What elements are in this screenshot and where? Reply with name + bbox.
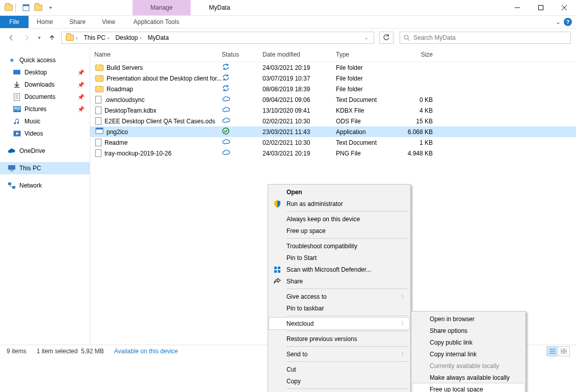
menu-item-always-keep-on-this-device[interactable]: Always keep on this device <box>269 213 409 225</box>
svg-rect-34 <box>278 270 280 273</box>
menu-item-pin-to-start[interactable]: Pin to Start <box>269 252 409 264</box>
file-tab[interactable]: File <box>0 16 29 28</box>
file-row[interactable]: Roadmap08/08/2019 18:39File folder <box>90 84 576 94</box>
menu-item-label: Send to <box>286 351 307 358</box>
sidebar-this-pc[interactable]: This PC <box>0 162 90 174</box>
menu-item-restore-previous-versions[interactable]: Restore previous versions <box>269 333 409 345</box>
menu-item-cut[interactable]: Cut <box>269 363 409 375</box>
sidebar-item-desktop[interactable]: Desktop📌 <box>0 66 90 79</box>
menu-item-send-to[interactable]: Send to〉 <box>269 348 409 360</box>
breadcrumb[interactable]: › This PC› Desktop› MyData ⌄ <box>61 32 374 44</box>
file-name: Roadmap <box>107 86 133 93</box>
menu-item-share-options[interactable]: Share options <box>412 325 525 336</box>
svg-rect-18 <box>10 170 13 171</box>
sidebar-item-documents[interactable]: Documents📌 <box>0 91 90 103</box>
breadcrumb-this-pc[interactable]: This PC› <box>82 34 111 41</box>
nav-back-button[interactable] <box>5 32 17 44</box>
menu-item-label: Scan with Microsoft Defender... <box>286 266 371 273</box>
menu-item-copy-internal-link[interactable]: Copy internal link <box>412 348 525 360</box>
menu-item-nextcloud[interactable]: Nextcloud〉 <box>269 318 409 329</box>
help-icon[interactable]: ? <box>564 18 572 26</box>
music-icon <box>12 118 21 125</box>
sidebar-item-label: Documents <box>24 93 56 100</box>
view-large-icons-button[interactable] <box>558 347 569 356</box>
ribbon-tab-apptools[interactable]: Application Tools <box>125 16 188 28</box>
menu-item-scan-with-microsoft-defender[interactable]: Scan with Microsoft Defender... <box>269 264 409 275</box>
maximize-button[interactable] <box>529 0 553 15</box>
sidebar-item-music[interactable]: Music <box>0 115 90 127</box>
menu-item-free-up-local-space[interactable]: Free up local space <box>412 383 525 392</box>
file-row[interactable]: DesktopTeam.kdbx13/10/2020 09:41KDBX Fil… <box>90 105 576 116</box>
file-type: File folder <box>336 86 397 93</box>
qat-properties-icon[interactable] <box>20 2 32 13</box>
menu-item-give-access-to[interactable]: Give access to〉 <box>269 291 409 302</box>
pictures-icon <box>12 106 21 112</box>
menu-item-label: Copy <box>286 378 301 385</box>
search-input[interactable]: Search MyData <box>400 32 571 44</box>
column-date[interactable]: Date modified <box>263 51 336 58</box>
close-button[interactable] <box>553 0 576 15</box>
sidebar-item-videos[interactable]: Videos <box>0 127 90 140</box>
column-size[interactable]: Size <box>397 51 448 58</box>
nav-recent-dropdown[interactable]: ▾ <box>36 32 43 44</box>
sidebar-item-downloads[interactable]: Downloads📌 <box>0 79 90 91</box>
menu-item-pin-to-taskbar[interactable]: Pin to taskbar <box>269 302 409 314</box>
file-date: 03/07/2019 10:37 <box>263 75 336 82</box>
refresh-button[interactable] <box>379 32 394 44</box>
menu-item-open-in-browser[interactable]: Open in browser <box>412 313 525 325</box>
file-row[interactable]: png2ico23/03/2021 11:43Application6.068 … <box>90 126 576 137</box>
breadcrumb-mydata[interactable]: MyData <box>146 34 171 41</box>
menu-item-run-as-administrator[interactable]: Run as administrator <box>269 198 409 210</box>
ribbon-tab-share[interactable]: Share <box>61 16 94 28</box>
qat-dropdown-icon[interactable]: ▾ <box>45 2 56 13</box>
qat-newfolder-icon[interactable] <box>33 2 44 13</box>
menu-item-label: Open in browser <box>430 316 475 323</box>
ribbon-tab-home[interactable]: Home <box>29 16 61 28</box>
sidebar-quick-access[interactable]: ★ Quick access <box>0 54 90 66</box>
menu-item-free-up-space[interactable]: Free up space <box>269 225 409 237</box>
sidebar-item-label: Music <box>24 118 40 125</box>
file-row[interactable]: .owncloudsync09/04/2021 09:06Text Docume… <box>90 94 576 105</box>
menu-item-open[interactable]: Open <box>269 186 409 198</box>
breadcrumb-dropdown-icon[interactable]: ⌄ <box>361 35 372 40</box>
file-row[interactable]: Readme02/02/2021 10:30Text Document1 KB <box>90 137 576 148</box>
nav-forward-button[interactable] <box>20 32 33 44</box>
menu-item-copy[interactable]: Copy <box>269 375 409 387</box>
nav-up-button[interactable] <box>46 32 58 44</box>
menu-item-make-always-available-locally[interactable]: Make always available locally <box>412 372 525 383</box>
menu-item-label: Copy internal link <box>430 351 477 358</box>
column-type[interactable]: Type <box>336 51 397 58</box>
svg-rect-19 <box>8 182 11 185</box>
contextual-tab-manage[interactable]: Manage <box>133 0 191 15</box>
sidebar-network[interactable]: Network <box>0 179 90 192</box>
file-date: 23/03/2021 11:43 <box>263 128 336 136</box>
sidebar-item-pictures[interactable]: Pictures📌 <box>0 103 90 115</box>
sidebar-onedrive[interactable]: OneDrive <box>0 145 90 157</box>
menu-item-troubleshoot-compatibility[interactable]: Troubleshoot compatibility <box>269 240 409 252</box>
menu-separator <box>286 238 408 239</box>
column-name[interactable]: Name <box>90 51 222 58</box>
menu-item-share[interactable]: Share <box>269 275 409 287</box>
status-cloud-icon <box>222 117 231 125</box>
file-row[interactable]: Build Servers24/03/2021 20:19File folder <box>90 62 576 73</box>
menu-item-copy-public-link[interactable]: Copy public link <box>412 336 525 348</box>
file-row[interactable]: Presentation about the Desktop client fo… <box>90 73 576 84</box>
file-row[interactable]: tray-mockup-2019-10-2624/03/2021 20:19PN… <box>90 148 576 159</box>
view-toggle <box>546 346 570 356</box>
folder-icon <box>95 75 103 82</box>
breadcrumb-root-icon[interactable]: › <box>64 35 80 41</box>
menu-separator <box>286 331 408 331</box>
ribbon-tab-view[interactable]: View <box>94 16 123 28</box>
file-row[interactable]: E2EE Desktop Client QA Test Cases.ods02/… <box>90 116 576 126</box>
file-name: Build Servers <box>107 64 143 71</box>
svg-rect-17 <box>8 165 15 170</box>
minimize-button[interactable] <box>506 0 529 15</box>
breadcrumb-desktop[interactable]: Desktop› <box>113 34 143 41</box>
file-type: File folder <box>336 64 397 71</box>
view-details-button[interactable] <box>547 347 558 356</box>
ribbon-expand-icon[interactable]: ⌄ <box>556 18 561 25</box>
file-date: 02/02/2021 10:30 <box>263 139 336 146</box>
folder-icon <box>95 65 103 71</box>
sidebar-item-label: Videos <box>24 130 43 137</box>
column-status[interactable]: Status <box>222 51 263 58</box>
